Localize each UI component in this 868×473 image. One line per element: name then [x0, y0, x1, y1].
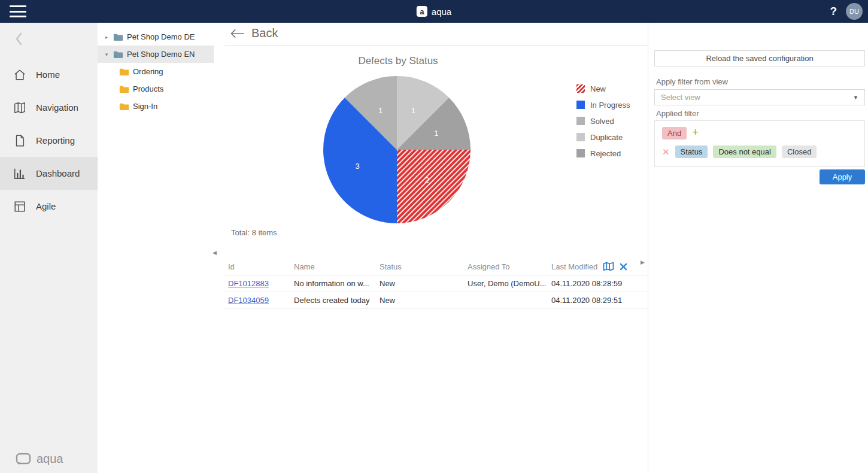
- table-row[interactable]: DF1034059 Defects created today New 04.1…: [224, 292, 648, 309]
- back-button[interactable]: Back: [230, 26, 278, 40]
- sidebar-nav: Home Navigation Reporting Dashboard Agil…: [0, 58, 98, 223]
- sidebar-item-label: Home: [36, 69, 60, 80]
- back-arrow-icon: [230, 29, 244, 38]
- top-bar: a aqua ? DU: [0, 0, 868, 23]
- pie-slice-value: 3: [355, 162, 359, 171]
- tree-project-pet-shop-demo-de[interactable]: ▸ Pet Shop Demo DE: [98, 28, 214, 46]
- sidebar-item-navigation[interactable]: Navigation: [0, 91, 98, 124]
- grid-icon: [13, 200, 26, 213]
- pie-slice-new[interactable]: [397, 150, 471, 223]
- menu-icon[interactable]: [10, 5, 26, 17]
- help-icon[interactable]: ?: [830, 5, 837, 18]
- view-select[interactable]: Select view ▼: [654, 89, 865, 105]
- table-header: Id Name Status Assigned To Last Modified: [224, 258, 648, 275]
- defect-last-modified: 04.11.2020 08:28:59: [551, 279, 648, 288]
- chart-title: Defects by Status: [224, 55, 572, 67]
- condition-operator-chip[interactable]: Does not equal: [713, 145, 776, 158]
- sidebar-item-label: Agile: [36, 201, 56, 211]
- sidebar-footer-brand-text: aqua: [37, 452, 63, 466]
- pie-chart[interactable]: 23111: [321, 74, 472, 225]
- sidebar-item-reporting[interactable]: Reporting: [0, 124, 98, 157]
- pie-slice-value: 1: [378, 106, 383, 115]
- legend-label: New: [590, 84, 606, 93]
- legend-label: Rejected: [590, 149, 621, 158]
- column-header-name[interactable]: Name: [294, 262, 380, 271]
- defect-assigned-to: User, Demo (DemoU...: [468, 279, 551, 288]
- column-header-status[interactable]: Status: [380, 262, 468, 271]
- chevron-down-icon[interactable]: ▾: [104, 51, 110, 57]
- applied-filter-box: And + ✕ Status Does not equal Closed: [654, 120, 865, 167]
- column-header-assigned-to[interactable]: Assigned To: [468, 262, 551, 271]
- folder-icon: [119, 102, 129, 111]
- app-window: a aqua ? DU Home Navigation Reporting: [0, 0, 868, 473]
- tree-folder-sign-in[interactable]: Sign-In: [98, 98, 214, 115]
- avatar[interactable]: DU: [846, 3, 863, 20]
- legend-swatch: [576, 117, 585, 125]
- defect-name: No information on w...: [294, 279, 380, 288]
- legend-swatch: [576, 133, 585, 141]
- report-icon: [13, 134, 26, 147]
- brand: a aqua: [417, 0, 451, 23]
- legend-swatch: [576, 84, 585, 93]
- sidebar-item-home[interactable]: Home: [0, 58, 98, 91]
- legend-item-rejected: Rejected: [576, 148, 630, 159]
- project-folder-icon: [113, 33, 123, 41]
- tree-folder-ordering[interactable]: Ordering: [98, 63, 214, 80]
- filter-panel: Reload the saved configuration Apply fil…: [648, 23, 868, 473]
- project-tree: ▸ Pet Shop Demo DE ▾ Pet Shop Demo EN Or…: [98, 23, 224, 473]
- aqua-logo-icon: a: [417, 6, 427, 17]
- tree-folder-products[interactable]: Products: [98, 80, 214, 98]
- sidebar: Home Navigation Reporting Dashboard Agil…: [0, 23, 98, 473]
- defect-status: New: [380, 279, 468, 288]
- sidebar-item-agile[interactable]: Agile: [0, 190, 98, 223]
- collapse-sidebar-icon[interactable]: [13, 31, 25, 49]
- sidebar-item-dashboard[interactable]: Dashboard: [0, 157, 98, 190]
- defect-id-link[interactable]: DF1012883: [228, 279, 269, 288]
- topbar-actions: ? DU: [830, 0, 863, 23]
- sidebar-item-label: Reporting: [36, 135, 75, 145]
- brand-name: aqua: [432, 7, 451, 17]
- legend-label: Solved: [590, 117, 614, 126]
- add-condition-icon[interactable]: +: [692, 126, 699, 139]
- home-icon: [13, 68, 26, 81]
- open-map-icon[interactable]: [603, 262, 614, 271]
- legend-label: Duplicate: [590, 133, 623, 142]
- sidebar-footer-brand: aqua: [16, 452, 63, 466]
- remove-condition-icon[interactable]: ✕: [662, 147, 670, 157]
- legend-swatch: [576, 101, 585, 109]
- tree-item-label: Pet Shop Demo EN: [127, 50, 195, 59]
- defect-last-modified: 04.11.2020 08:29:51: [551, 296, 648, 305]
- back-label: Back: [251, 26, 278, 40]
- logic-operator-chip[interactable]: And: [662, 127, 687, 140]
- sidebar-item-label: Dashboard: [36, 168, 80, 178]
- project-folder-icon: [113, 50, 123, 59]
- table-row[interactable]: DF1012883 No information on w... New Use…: [224, 275, 648, 292]
- defects-table: Id Name Status Assigned To Last Modified…: [224, 258, 648, 309]
- pie-slice-value: 1: [411, 106, 415, 115]
- reload-configuration-button[interactable]: Reload the saved configuration: [654, 50, 865, 66]
- legend-label: In Progress: [590, 101, 630, 110]
- map-icon: [13, 101, 26, 114]
- column-header-last-modified[interactable]: Last Modified: [551, 262, 597, 271]
- collapse-left-panel-icon[interactable]: ◀: [213, 250, 217, 256]
- defect-name: Defects created today: [294, 296, 380, 305]
- tree-item-label: Products: [133, 84, 163, 93]
- chevron-right-icon[interactable]: ▸: [104, 34, 110, 40]
- close-icon[interactable]: [620, 263, 627, 271]
- apply-filter-from-view-label: Apply filter from view: [656, 77, 728, 86]
- apply-button[interactable]: Apply: [820, 169, 865, 184]
- chevron-down-icon: ▼: [853, 95, 858, 101]
- tree-item-label: Sign-In: [133, 102, 157, 111]
- defect-status: New: [380, 296, 468, 305]
- legend-item-in-progress: In Progress: [576, 99, 630, 110]
- bar-chart-icon: [13, 167, 26, 180]
- condition-field-chip[interactable]: Status: [675, 145, 708, 158]
- column-header-id[interactable]: Id: [228, 262, 294, 271]
- total-items-label: Total: 8 items: [231, 228, 277, 237]
- chart-legend: New In Progress Solved Duplicate Rejecte…: [576, 83, 630, 164]
- applied-filter-label: Applied filter: [656, 109, 699, 118]
- folder-icon: [119, 85, 129, 93]
- defect-id-link[interactable]: DF1034059: [228, 296, 269, 305]
- tree-project-pet-shop-demo-en[interactable]: ▾ Pet Shop Demo EN: [98, 46, 214, 63]
- condition-value-chip[interactable]: Closed: [782, 145, 817, 158]
